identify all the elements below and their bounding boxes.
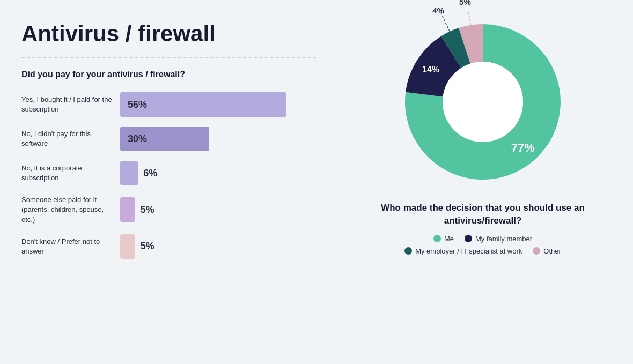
bar-label: No, I didn't pay for this software <box>21 129 113 148</box>
bar-item: No, it is a corporate subscription6% <box>21 161 316 185</box>
donut-pct-label-outside-3: 5% <box>459 0 471 6</box>
divider <box>21 57 316 58</box>
bar: 56% <box>120 92 286 117</box>
bars-container: Yes, I bought it / I paid for the subscr… <box>21 92 316 269</box>
bar-label: No, it is a corporate subscription <box>21 164 113 183</box>
bar <box>120 234 135 259</box>
bar-label: Don't know / Prefer not to answer <box>21 237 113 256</box>
legend-dot-2 <box>404 247 412 255</box>
svg-point-0 <box>443 62 523 142</box>
legend-label-1: My family member <box>475 235 532 243</box>
left-question: Did you pay for your antivirus / firewal… <box>21 70 316 79</box>
bar-value-outside: 5% <box>141 204 154 216</box>
donut-line-2 <box>440 12 450 32</box>
donut-chart: 77%14%4%5% <box>392 11 574 193</box>
bar-item: No, I didn't pay for this software30% <box>21 127 316 151</box>
bar-value-outside: 5% <box>141 241 154 252</box>
bar-container: 56% <box>120 92 316 117</box>
bar-value-outside: 6% <box>143 168 157 179</box>
bar <box>120 197 135 222</box>
bar-label: Someone else paid for it (parents, child… <box>21 195 113 225</box>
legend-label-3: Other <box>543 247 561 255</box>
bar <box>120 161 138 185</box>
donut-line-3 <box>467 11 470 25</box>
bar-item: Someone else paid for it (parents, child… <box>21 195 316 225</box>
page-title: Antivirus / firewall <box>21 21 316 46</box>
bar-value: 56% <box>128 99 147 110</box>
bar-item: Yes, I bought it / I paid for the subscr… <box>21 92 316 117</box>
bar: 30% <box>120 127 209 151</box>
legend-label-2: My employer / IT specialist at work <box>415 247 522 255</box>
bar-label: Yes, I bought it / I paid for the subscr… <box>21 95 113 114</box>
bar-container: 6% <box>120 161 316 185</box>
legend-item-2: My employer / IT specialist at work <box>404 247 522 255</box>
legend-item-1: My family member <box>465 235 532 243</box>
legend-dot-1 <box>465 235 472 242</box>
legend-item-0: Me <box>433 235 454 243</box>
bar-value: 30% <box>128 133 147 145</box>
donut-area: 77%14%4%5% Who made the decision that yo… <box>349 11 617 255</box>
bar-item: Don't know / Prefer not to answer5% <box>21 234 316 259</box>
legend-label-0: Me <box>444 235 454 243</box>
legend-item-3: Other <box>533 247 561 255</box>
legend: MeMy family memberMy employer / IT speci… <box>376 235 590 255</box>
bar-container: 5% <box>120 197 316 222</box>
left-panel: Antivirus / firewall Did you pay for you… <box>0 0 338 364</box>
bar-container: 30% <box>120 127 316 151</box>
right-panel: 77%14%4%5% Who made the decision that yo… <box>338 0 633 364</box>
bar-container: 5% <box>120 234 316 259</box>
chart-question: Who made the decision that you should us… <box>381 202 585 227</box>
legend-dot-3 <box>533 247 540 255</box>
legend-dot-0 <box>433 235 441 242</box>
